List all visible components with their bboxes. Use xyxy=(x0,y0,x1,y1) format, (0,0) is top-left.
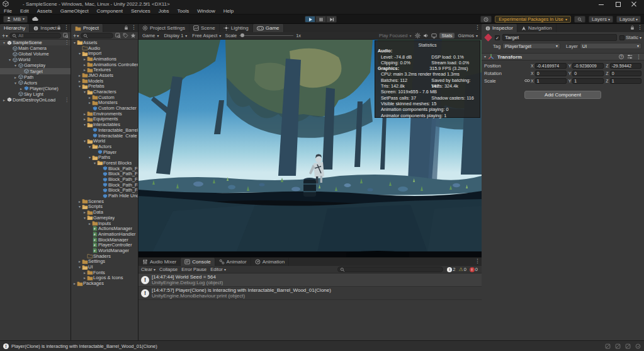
project-item-fonts[interactable]: ▸Fonts xyxy=(71,270,138,275)
project-item-scripts[interactable]: ▾Scripts xyxy=(71,204,138,210)
project-item-textures[interactable]: ▸Textures xyxy=(71,67,138,72)
collab-status-icon[interactable] xyxy=(615,343,621,349)
project-item-animationhandler[interactable]: #AnimationHandler xyxy=(71,231,138,237)
play-button[interactable] xyxy=(305,16,315,23)
foldout-icon[interactable]: ▾ xyxy=(13,81,18,85)
scale-x-field[interactable] xyxy=(535,78,567,84)
scene-menu-icon[interactable]: ⋮ xyxy=(64,97,69,103)
scale-link-icon[interactable] xyxy=(523,78,531,83)
foldout-icon[interactable]: ▸ xyxy=(88,100,92,105)
project-item-shaders[interactable]: Shaders xyxy=(71,253,138,259)
tab-game[interactable]: Game xyxy=(253,24,284,32)
layers-dropdown[interactable]: Layers▾ xyxy=(589,16,613,23)
project-item-interactable-crate-w[interactable]: Interactable_Crate_W xyxy=(71,133,138,139)
console-editor-dropdown[interactable]: Editor ▾ xyxy=(210,267,226,272)
hierarchy-item-world[interactable]: ▾World xyxy=(0,57,71,62)
project-item-path-hide-under[interactable]: Path Hide Under xyxy=(71,193,138,199)
foldout-icon[interactable]: ▾ xyxy=(77,84,82,88)
tab-lighting[interactable]: Lighting xyxy=(220,24,253,32)
hierarchy-item-target[interactable]: Target xyxy=(0,68,71,74)
gizmos-dropdown[interactable]: Gizmos▾ xyxy=(457,33,479,38)
foldout-icon[interactable]: ▸ xyxy=(82,57,87,61)
foldout-icon[interactable]: ▸ xyxy=(77,73,82,78)
project-item-gameplay[interactable]: ▾Gameplay xyxy=(71,215,138,221)
game-view-mode-dropdown[interactable]: Game▾ xyxy=(141,33,160,38)
project-item-paths[interactable]: ▾Paths xyxy=(71,154,138,160)
panel-menu-icon[interactable]: ⋮ xyxy=(475,25,480,30)
project-item-block-path-for[interactable]: Block_Path_For xyxy=(71,182,138,188)
play-focused-dropdown[interactable]: Play Focused▾ xyxy=(378,33,412,38)
tab-audio-mixer[interactable]: Audio Mixer xyxy=(138,258,181,266)
project-create-button[interactable]: +▾ xyxy=(73,33,79,39)
close-button[interactable] xyxy=(631,1,636,6)
scale-y-field[interactable] xyxy=(572,78,604,84)
foldout-icon[interactable]: ▾ xyxy=(77,265,82,269)
lock-icon[interactable] xyxy=(57,25,61,30)
cache-server-status-icon[interactable] xyxy=(605,343,611,349)
project-item-packages[interactable]: ▸Packages xyxy=(71,280,138,286)
warning-count-badge[interactable]: ⚠0 xyxy=(458,267,466,272)
foldout-icon[interactable]: ▸ xyxy=(19,86,23,91)
project-item-animations[interactable]: ▸Animations xyxy=(71,56,138,62)
rotation-x-field[interactable] xyxy=(535,71,567,76)
layout-dropdown[interactable]: Layout▾ xyxy=(616,16,641,23)
project-item-playercontroller[interactable]: #PlayerController xyxy=(71,242,138,248)
hierarchy-item-path[interactable]: ▸Path xyxy=(0,74,71,80)
menu-file[interactable]: File xyxy=(4,8,12,14)
position-x-field[interactable] xyxy=(535,63,567,69)
menu-jobs[interactable]: Jobs xyxy=(159,8,169,14)
project-item-logos-icons[interactable]: ▸Logos & Icons xyxy=(71,275,138,281)
hierarchy-item-main-camera[interactable]: Main Camera xyxy=(0,45,71,51)
project-item-block-path-for[interactable]: Block_Path_For xyxy=(71,176,138,182)
foldout-icon[interactable]: ▸ xyxy=(88,95,92,100)
status-bar[interactable]: ! Player(Clone) is interacting with Inte… xyxy=(0,340,644,351)
experimental-packages-button[interactable]: Experimental Packages In Use ▾ xyxy=(495,16,571,23)
project-item-world[interactable]: ▾World xyxy=(71,138,138,144)
menu-gameobject[interactable]: GameObject xyxy=(60,8,89,14)
code-coverage-status-icon[interactable] xyxy=(625,343,631,349)
tab-project-settings[interactable]: Project Settings xyxy=(138,24,189,32)
menu-assets[interactable]: Assets xyxy=(37,8,52,14)
foldout-icon[interactable]: ▾ xyxy=(88,144,92,149)
hierarchy-item-player-clone-[interactable]: ▸Player(Clone) xyxy=(0,86,71,91)
project-item-scenes[interactable]: ▸Scenes xyxy=(71,199,138,204)
hierarchy-item-gameplay[interactable]: ▾Gameplay xyxy=(0,62,71,68)
project-item-animations-controllers[interactable]: ▸Animations Controllers xyxy=(71,62,138,67)
lock-icon[interactable] xyxy=(124,25,128,30)
error-count-badge[interactable]: !0 xyxy=(470,267,478,272)
vsync-icon[interactable] xyxy=(431,33,437,38)
project-item-ui[interactable]: ▾UI xyxy=(71,264,138,270)
hierarchy-item-samplescene[interactable]: ▾SampleScene⋮ xyxy=(0,40,71,45)
project-item-block-path-for[interactable]: Block_Path_For xyxy=(71,188,138,193)
aspect-ratio-dropdown[interactable]: Free Aspect▾ xyxy=(191,33,222,38)
console-log-entry[interactable]: ![14:47:57] Player(Clone) is interacting… xyxy=(138,287,482,300)
maximize-button[interactable] xyxy=(615,1,620,6)
project-item-models[interactable]: ▸Models xyxy=(71,78,138,84)
project-item-data[interactable]: ▸Data xyxy=(71,209,138,215)
project-item-block-path-for[interactable]: Block_Path_For xyxy=(71,166,138,171)
pause-button[interactable] xyxy=(315,16,326,23)
console-collapse-button[interactable]: Collapse xyxy=(159,267,178,272)
position-z-field[interactable] xyxy=(610,63,641,69)
tab-overflow-icon[interactable]: ▸ xyxy=(52,25,54,30)
project-item-prefabs[interactable]: ▾Prefabs xyxy=(71,84,138,89)
project-item-interactables[interactable]: ▾Interactables xyxy=(71,122,138,127)
undo-history-button[interactable] xyxy=(480,16,492,23)
menu-window[interactable]: Window xyxy=(197,8,215,14)
rotation-z-field[interactable] xyxy=(610,71,641,76)
stats-toggle-button[interactable]: Stats xyxy=(439,33,454,38)
console-clear-button[interactable]: Clear ▾ xyxy=(141,267,155,272)
project-search-input[interactable] xyxy=(81,33,113,38)
console-search-input[interactable] xyxy=(337,267,443,272)
project-item-audio[interactable]: Audio xyxy=(71,45,138,51)
project-item-block-path-for[interactable]: Block_Path_For xyxy=(71,171,138,177)
project-item-interactable-barrel-w[interactable]: Interactable_Barrel_W xyxy=(71,127,138,133)
panel-menu-icon[interactable]: ⋮ xyxy=(64,25,69,30)
foldout-icon[interactable]: ▾ xyxy=(93,161,97,165)
component-menu-icon[interactable]: ⋮ xyxy=(636,54,641,60)
foldout-icon[interactable]: ▸ xyxy=(82,270,87,275)
project-item-equipments[interactable]: ▸Equipments xyxy=(71,117,138,122)
tab-console[interactable]: Console xyxy=(181,258,215,266)
menu-tools[interactable]: Tools xyxy=(178,8,189,14)
panel-menu-icon[interactable]: ⋮ xyxy=(131,25,137,30)
